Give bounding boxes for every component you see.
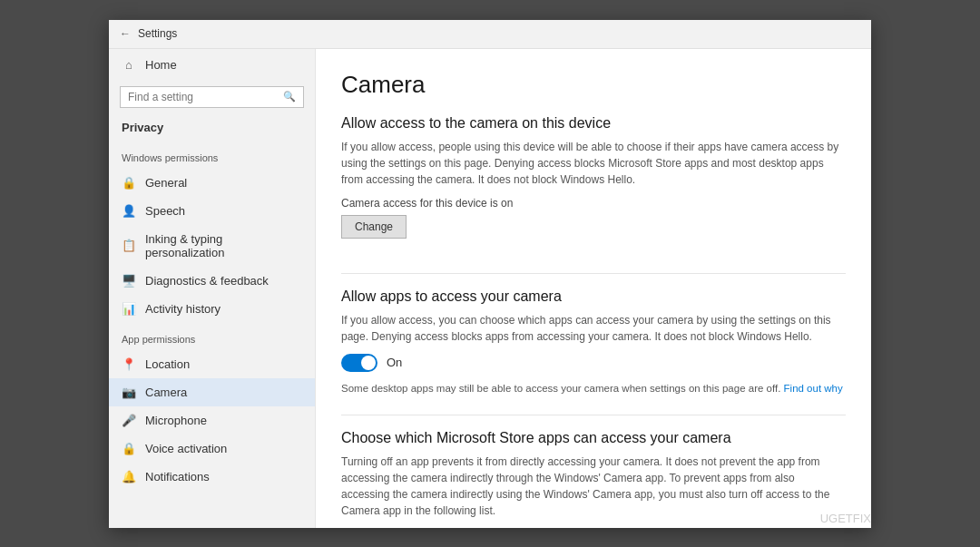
toggle-label: On (387, 356, 402, 369)
search-icon: 🔍 (283, 91, 296, 103)
app-permissions-label: App permissions (109, 323, 315, 350)
sidebar-item-location[interactable]: 📍 Location (109, 350, 315, 378)
home-label: Home (145, 58, 177, 72)
section1-status: Camera access for this device is on (341, 197, 846, 210)
section2-desc: If you allow access, you can choose whic… (341, 312, 846, 345)
divider1 (341, 273, 846, 274)
change-button[interactable]: Change (341, 215, 407, 239)
nav-label: General (145, 176, 187, 190)
main-content: Camera Allow access to the camera on thi… (316, 49, 871, 528)
settings-window: ← Settings ⌂ Home 🔍 Privacy Windows perm… (109, 20, 871, 528)
content-area: ⌂ Home 🔍 Privacy Windows permissions 🔒 G… (109, 49, 871, 528)
nav-label: Activity history (145, 302, 220, 316)
camera-toggle[interactable] (341, 354, 377, 372)
inking-icon: 📋 (122, 239, 136, 252)
section3-title: Choose which Microsoft Store apps can ac… (341, 430, 846, 446)
section3-desc: Turning off an app prevents it from dire… (341, 454, 846, 519)
windows-permissions-label: Windows permissions (109, 142, 315, 169)
title-bar-title: Settings (138, 27, 177, 40)
sidebar-item-voice[interactable]: 🔒 Voice activation (109, 435, 315, 463)
nav-label: Microphone (145, 414, 207, 427)
watermark: UGETFIX (820, 512, 871, 525)
nav-label: Voice activation (145, 442, 227, 455)
nav-label: Notifications (145, 470, 210, 484)
sidebar-item-general[interactable]: 🔒 General (109, 169, 315, 197)
nav-label: Camera (145, 386, 187, 399)
nav-label: Speech (145, 204, 185, 218)
sidebar-item-speech[interactable]: 👤 Speech (109, 197, 315, 225)
sidebar-home[interactable]: ⌂ Home (109, 49, 315, 81)
camera-icon: 📷 (122, 386, 136, 399)
activity-icon: 📊 (122, 302, 136, 316)
toggle-note: Some desktop apps may still be able to a… (341, 381, 846, 396)
sidebar-item-activity[interactable]: 📊 Activity history (109, 295, 315, 323)
location-icon: 📍 (122, 357, 136, 371)
sidebar-item-diagnostics[interactable]: 🖥️ Diagnostics & feedback (109, 267, 315, 295)
divider2 (341, 415, 846, 415)
sidebar-item-inking[interactable]: 📋 Inking & typing personalization (109, 225, 315, 267)
nav-label: Inking & typing personalization (145, 232, 302, 259)
search-box[interactable]: 🔍 (120, 86, 304, 108)
privacy-header: Privacy (109, 113, 315, 142)
toggle-row: On (341, 354, 846, 372)
nav-label: Location (145, 357, 190, 371)
sidebar-item-microphone[interactable]: 🎤 Microphone (109, 406, 315, 435)
title-bar: ← Settings (109, 20, 871, 49)
sidebar-item-notifications[interactable]: 🔔 Notifications (109, 463, 315, 491)
sidebar-item-camera[interactable]: 📷 Camera (109, 378, 315, 406)
voice-icon: 🔒 (122, 442, 136, 455)
find-out-why-link[interactable]: Find out why (784, 383, 843, 394)
section2-title: Allow apps to access your camera (341, 288, 846, 305)
notifications-icon: 🔔 (122, 470, 136, 484)
search-input[interactable] (128, 91, 278, 103)
lock-icon: 🔒 (122, 176, 136, 190)
page-title: Camera (341, 71, 846, 99)
section1-desc: If you allow access, people using this d… (341, 139, 846, 188)
diagnostics-icon: 🖥️ (122, 274, 136, 288)
back-button[interactable]: ← (120, 27, 131, 40)
sidebar: ⌂ Home 🔍 Privacy Windows permissions 🔒 G… (109, 49, 316, 528)
privacy-label: Privacy (122, 121, 163, 134)
home-icon: ⌂ (122, 58, 136, 72)
microphone-icon: 🎤 (122, 414, 136, 427)
nav-label: Diagnostics & feedback (145, 274, 269, 288)
section1-title: Allow access to the camera on this devic… (341, 115, 846, 132)
speech-icon: 👤 (122, 204, 136, 218)
